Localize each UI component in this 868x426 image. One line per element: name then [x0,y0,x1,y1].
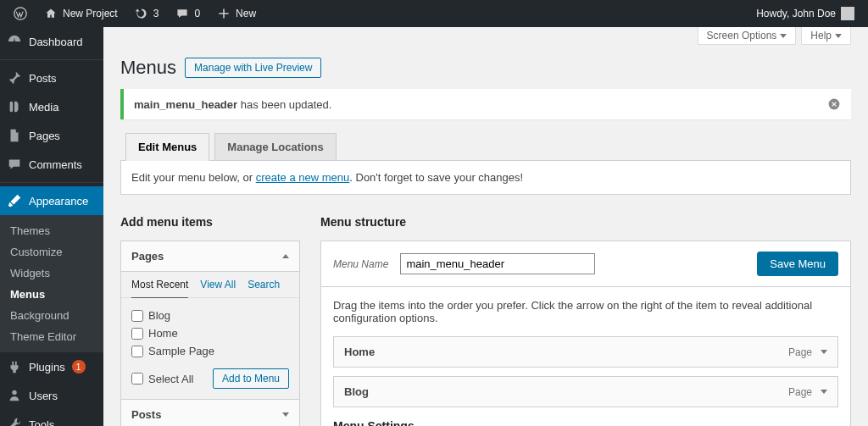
notice-text: has been updated. [237,98,331,111]
create-new-menu-link[interactable]: create a new menu [256,171,350,184]
drag-instructions: Drag the items into the order you prefer… [333,299,838,324]
admin-bar: New Project 3 0 New Howdy, John Doe [0,0,868,27]
page-item-label: Sample Page [148,345,214,357]
sidebar-item-comments[interactable]: Comments [0,150,103,179]
help-after: . Don't forget to save your changes! [349,171,523,184]
page-item-label: Home [148,327,178,340]
manage-live-preview-button[interactable]: Manage with Live Preview [185,58,321,78]
comments-link[interactable]: 0 [169,0,207,27]
accordion-pages-toggle[interactable]: Pages [121,241,299,271]
menu-item-title: Home [344,346,375,358]
submenu-widgets[interactable]: Widgets [0,263,103,284]
screen-options-label: Screen Options [707,30,777,41]
dismiss-notice-button[interactable] [827,97,841,111]
users-icon [7,388,22,403]
submenu-themes[interactable]: Themes [0,220,103,241]
sidebar-item-label: Plugins [29,361,65,373]
comments-icon [7,157,22,172]
menu-settings-heading: Menu Settings [333,419,838,426]
accordion-pages-label: Pages [131,250,164,263]
new-label: New [236,8,256,19]
update-icon [135,7,148,20]
new-content-link[interactable]: New [210,0,263,27]
menu-name-label: Menu Name [333,258,388,270]
sidebar-item-dashboard[interactable]: Dashboard [0,27,103,56]
updates-link[interactable]: 3 [128,0,166,27]
accordion-posts-label: Posts [131,408,161,421]
tab-manage-locations[interactable]: Manage Locations [214,133,336,160]
sidebar-item-pages[interactable]: Pages [0,121,103,150]
sidebar-item-posts[interactable]: Posts [0,64,103,92]
help-label: Help [810,30,832,41]
site-name-label: New Project [63,8,118,19]
comments-count: 0 [194,8,200,19]
sidebar-item-label: Posts [29,72,57,85]
structure-heading: Menu structure [320,215,851,229]
sidebar-item-label: Appearance [29,195,88,207]
appearance-submenu: Themes Customize Widgets Menus Backgroun… [0,215,103,352]
select-all-checkbox[interactable] [131,373,143,385]
home-icon [44,7,58,20]
svg-point-1 [12,390,16,395]
comment-icon [175,7,189,20]
plugin-icon [7,359,22,374]
pin-icon [7,70,22,86]
page-item-label: Blog [148,309,170,322]
page-item-checkbox[interactable] [131,310,143,322]
add-items-heading: Add menu items [120,215,300,229]
notice-strong: main_menu_header [134,98,237,111]
menu-item-title: Blog [344,385,369,398]
site-name-link[interactable]: New Project [37,0,125,27]
inner-tab-most-recent[interactable]: Most Recent [131,272,188,298]
sidebar-item-label: Pages [29,130,60,142]
add-to-menu-button[interactable]: Add to Menu [213,368,289,389]
menu-item[interactable]: Blog Page [333,376,838,407]
chevron-down-icon [282,412,289,417]
wordpress-icon [14,7,27,20]
brush-icon [7,193,22,208]
plugins-update-badge: 1 [72,360,86,373]
select-all-label: Select All [148,373,193,385]
sidebar-item-label: Tools [29,418,54,427]
menu-name-input[interactable] [400,253,595,274]
page-item-checkbox[interactable] [131,328,143,340]
page-icon [7,128,22,143]
chevron-down-icon[interactable] [821,390,827,394]
close-icon [827,97,841,111]
sidebar-item-label: Dashboard [29,36,83,48]
help-toggle[interactable]: Help [801,27,851,45]
chevron-down-icon [835,34,842,38]
sidebar-item-label: Media [29,101,58,113]
edit-help-text: Edit your menu below, or create a new me… [120,160,851,195]
media-icon [7,99,22,114]
inner-tab-view-all[interactable]: View All [200,272,236,297]
sidebar-item-tools[interactable]: Tools [0,410,103,426]
admin-sidebar: Dashboard Posts Media Pages Comments App… [0,27,103,426]
menu-item[interactable]: Home Page [333,336,838,368]
menu-item-type: Page [788,386,812,398]
sidebar-item-label: Comments [29,158,82,171]
screen-options-toggle[interactable]: Screen Options [698,27,797,45]
my-account-link[interactable]: Howdy, John Doe [749,0,861,27]
sidebar-item-plugins[interactable]: Plugins 1 [0,352,103,381]
sidebar-item-appearance[interactable]: Appearance [0,186,103,215]
accordion-posts-toggle[interactable]: Posts [121,399,299,426]
inner-tab-search[interactable]: Search [248,272,280,297]
page-item-checkbox[interactable] [131,346,143,357]
submenu-customize[interactable]: Customize [0,241,103,263]
tab-edit-menus[interactable]: Edit Menus [125,133,209,161]
menu-item-type: Page [788,346,812,358]
submenu-theme-editor[interactable]: Theme Editor [0,326,103,347]
updates-count: 3 [153,8,159,19]
sidebar-item-label: Users [29,390,58,402]
chevron-down-icon[interactable] [821,350,827,354]
submenu-background[interactable]: Background [0,305,103,326]
chevron-down-icon [780,34,787,38]
sidebar-item-media[interactable]: Media [0,92,103,121]
submenu-menus[interactable]: Menus [0,284,103,305]
wp-logo[interactable] [7,0,34,27]
sidebar-item-users[interactable]: Users [0,381,103,410]
page-title: Menus [120,57,176,79]
save-menu-button[interactable]: Save Menu [757,252,838,276]
avatar [841,7,854,20]
